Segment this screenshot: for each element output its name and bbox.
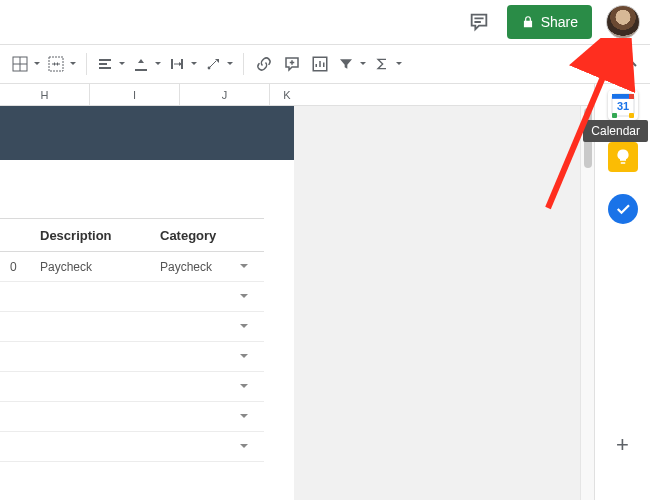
- dropdown-arrow-icon[interactable]: [240, 324, 248, 332]
- main-area: H I J K Description Category 0PaycheckPa…: [0, 84, 650, 500]
- share-button[interactable]: Share: [507, 5, 592, 39]
- link-icon: [255, 55, 273, 73]
- insert-comment-button[interactable]: [278, 50, 306, 78]
- format-toolbar: [0, 44, 650, 84]
- wrap-button[interactable]: [165, 50, 201, 78]
- table-row[interactable]: [0, 402, 264, 432]
- filter-button[interactable]: [334, 50, 370, 78]
- merge-button[interactable]: [44, 50, 80, 78]
- chevron-up-icon: [623, 56, 639, 72]
- valign-button[interactable]: [129, 50, 165, 78]
- rotate-button[interactable]: [201, 50, 237, 78]
- calendar-tooltip: Calendar: [583, 120, 648, 142]
- table-row[interactable]: [0, 312, 264, 342]
- svg-rect-7: [629, 94, 634, 99]
- table-row[interactable]: [0, 432, 264, 462]
- keep-icon: [614, 148, 632, 166]
- dropdown-arrow-icon[interactable]: [240, 384, 248, 392]
- link-button[interactable]: [250, 50, 278, 78]
- chart-button[interactable]: [306, 50, 334, 78]
- dropdown-arrow-icon[interactable]: [240, 354, 248, 362]
- halign-icon: [97, 56, 113, 72]
- table-row[interactable]: 0PaycheckPaycheck: [0, 252, 264, 282]
- add-addon-button[interactable]: +: [608, 430, 638, 460]
- svg-point-1: [208, 67, 211, 70]
- plus-icon: +: [616, 432, 629, 458]
- svg-text:31: 31: [616, 100, 628, 112]
- chart-icon: [311, 55, 329, 73]
- sigma-icon: [374, 56, 390, 72]
- table-row[interactable]: [0, 282, 264, 312]
- toolbar-separator: [243, 53, 244, 75]
- rotate-icon: [205, 56, 221, 72]
- insert-comment-icon: [283, 55, 301, 73]
- side-panel: 31 Calendar +: [594, 84, 650, 500]
- spreadsheet-area[interactable]: H I J K Description Category 0PaycheckPa…: [0, 84, 594, 500]
- dropdown-arrow-icon[interactable]: [240, 444, 248, 452]
- tasks-app-button[interactable]: [608, 194, 638, 224]
- toolbar-collapse-button[interactable]: [618, 51, 644, 77]
- dropdown-arrow-icon[interactable]: [240, 264, 248, 272]
- lock-icon: [521, 15, 535, 29]
- account-avatar[interactable]: [606, 5, 640, 39]
- toolbar-separator: [86, 53, 87, 75]
- column-header[interactable]: J: [180, 84, 270, 105]
- table-row[interactable]: [0, 372, 264, 402]
- merge-icon: [48, 56, 64, 72]
- table-header-category: Category: [150, 228, 260, 243]
- column-header-row: H I J K: [0, 84, 594, 106]
- calendar-app-button[interactable]: 31: [608, 90, 638, 120]
- svg-rect-9: [629, 113, 634, 118]
- table-row[interactable]: [0, 342, 264, 372]
- wrap-icon: [169, 56, 185, 72]
- table-header-description: Description: [30, 228, 150, 243]
- dropdown-arrow-icon[interactable]: [240, 414, 248, 422]
- column-header[interactable]: K: [270, 84, 304, 105]
- column-header[interactable]: H: [0, 84, 90, 105]
- beyond-sheet-area: [294, 106, 594, 500]
- dropdown-arrow-icon[interactable]: [240, 294, 248, 302]
- svg-rect-8: [612, 113, 617, 118]
- column-header[interactable]: I: [90, 84, 180, 105]
- borders-button[interactable]: [8, 50, 44, 78]
- share-label: Share: [541, 14, 578, 30]
- functions-button[interactable]: [370, 50, 406, 78]
- tasks-icon: [614, 200, 632, 218]
- top-bar: Share: [0, 0, 650, 44]
- row-left-cell: 0: [0, 260, 30, 274]
- valign-icon: [133, 56, 149, 72]
- calendar-icon: 31: [610, 92, 636, 118]
- table-header-row: Description Category: [0, 218, 264, 252]
- keep-app-button[interactable]: [608, 142, 638, 172]
- sheet-title-band: [0, 106, 294, 160]
- filter-icon: [338, 56, 354, 72]
- row-description-cell[interactable]: Paycheck: [30, 260, 150, 274]
- halign-button[interactable]: [93, 50, 129, 78]
- comment-icon: [468, 11, 490, 33]
- comments-button[interactable]: [465, 8, 493, 36]
- borders-icon: [12, 56, 28, 72]
- vertical-scrollbar[interactable]: [580, 106, 594, 500]
